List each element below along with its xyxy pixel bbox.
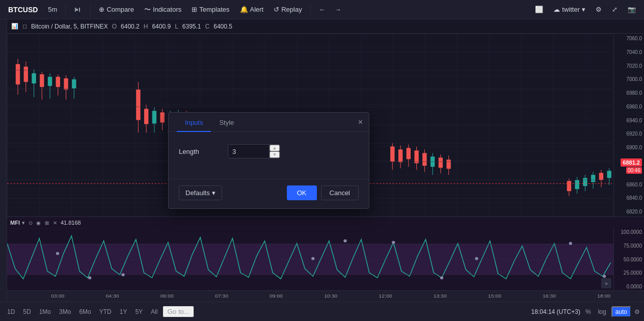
undo-redo-group: ← → [315, 4, 345, 15]
log-button[interactable]: log [596, 307, 608, 316]
svg-point-109 [392, 241, 395, 244]
svg-rect-8 [24, 67, 28, 82]
price-6900: 6900.0 [616, 145, 642, 150]
svg-rect-18 [64, 78, 68, 90]
period-all[interactable]: All [148, 307, 160, 317]
period-5y[interactable]: 5Y [132, 307, 146, 317]
goto-button[interactable]: Go to... [163, 306, 194, 317]
account-button[interactable]: ☁ twitter ▾ [549, 4, 589, 15]
length-input[interactable] [228, 145, 269, 158]
high-value: 6400.9 [152, 23, 171, 30]
svg-rect-6 [16, 64, 20, 85]
svg-rect-12 [40, 74, 44, 87]
svg-point-108 [343, 239, 346, 243]
dialog-close-button[interactable]: × [358, 118, 363, 126]
price-7060: 7060.0 [616, 36, 642, 41]
svg-rect-2 [79, 8, 80, 12]
indicator-value: 41.8168 [61, 220, 81, 226]
indicator-svg [7, 228, 613, 290]
bottom-right: 18:04:14 (UTC+3) % log auto ⚙ [531, 306, 640, 317]
divider-2 [90, 5, 91, 15]
svg-rect-72 [567, 181, 571, 191]
settings-icon[interactable]: ⚙ [592, 4, 606, 15]
svg-rect-76 [583, 178, 587, 186]
templates-icon: ⊞ [192, 6, 197, 13]
chart-settings-icon[interactable]: ⚙ [634, 308, 640, 315]
undo-button[interactable]: ← [315, 4, 330, 15]
svg-text:13:30: 13:30 [434, 293, 447, 299]
bar-style-icon[interactable] [70, 4, 86, 16]
replay-button[interactable]: ↺ Replay [270, 4, 306, 15]
percent-button[interactable]: % [583, 307, 593, 316]
ind-level-100: 100.0000 [616, 229, 642, 235]
chart-info-bar: 📊 ◻ Bitcoin / Dollar, 5, BITFINEX O 6400… [7, 19, 644, 34]
interval-button[interactable]: 5m [44, 4, 61, 15]
svg-rect-70 [446, 159, 450, 169]
svg-rect-58 [398, 149, 403, 162]
alert-button[interactable]: 🔔 Alert [236, 4, 268, 15]
indicator-eye-icon[interactable]: ◉ [35, 219, 42, 226]
toolbar-right: ⬜ ☁ twitter ▾ ⚙ ⤢ 📷 [531, 4, 640, 15]
redo-button[interactable]: → [331, 4, 345, 15]
length-decrement[interactable]: ▼ [270, 151, 280, 158]
svg-text:10:30: 10:30 [324, 293, 337, 299]
settings-dialog[interactable]: Inputs Style × Length ▲ ▼ Defaults ▾ [168, 112, 369, 209]
left-sidebar [0, 19, 7, 302]
period-6mo[interactable]: 6Mo [76, 307, 94, 317]
expand-icon: » [605, 281, 608, 286]
alert-icon: 🔔 [240, 6, 248, 13]
compare-icon: ⊕ [99, 6, 104, 13]
ok-button[interactable]: OK [287, 185, 317, 200]
period-1mo[interactable]: 1Mo [36, 307, 54, 317]
period-5d[interactable]: 5D [20, 307, 34, 317]
fullscreen-icon[interactable]: ⬜ [531, 4, 547, 15]
svg-rect-14 [48, 77, 52, 86]
indicator-close-icon[interactable]: ✕ [51, 219, 59, 226]
ind-level-75: 75.0000 [616, 243, 642, 249]
compare-button[interactable]: ⊕ Compare [95, 4, 138, 15]
tab-inputs[interactable]: Inputs [177, 113, 211, 131]
tab-style[interactable]: Style [211, 113, 242, 131]
svg-rect-16 [56, 77, 60, 87]
length-increment[interactable]: ▲ [270, 145, 280, 151]
indicator-lock-icon[interactable]: ⊠ [43, 219, 50, 226]
svg-rect-0 [75, 8, 76, 12]
templates-button[interactable]: ⊞ Templates [187, 4, 233, 15]
period-3mo[interactable]: 3Mo [56, 307, 74, 317]
chevron-down-icon: ▾ [212, 189, 216, 197]
svg-rect-60 [407, 148, 411, 159]
svg-rect-56 [390, 146, 394, 162]
current-price-badge: 6881.2 [621, 158, 642, 167]
ind-level-0: 0.0000 [616, 284, 642, 289]
indicator-panel: MFI ▾ ⊙ ◉ ⊠ ✕ 41.8168 [7, 217, 644, 290]
close-value: 6400.5 [213, 23, 232, 30]
defaults-button[interactable]: Defaults ▾ [179, 185, 222, 200]
price-axis: 7060.0 7040.0 7020.0 7000.0 6980.0 6960.… [613, 34, 644, 217]
indicator-settings-icon[interactable]: ⊙ [27, 219, 34, 226]
camera-icon[interactable]: 📷 [624, 4, 640, 15]
indicator-svg-area: 100.0000 75.0000 50.0000 25.0000 0.0000 … [7, 228, 644, 290]
indicators-button[interactable]: 〜 Indicators [140, 3, 185, 16]
divider-1 [65, 5, 66, 15]
svg-rect-1 [76, 9, 78, 11]
maximize-icon[interactable]: ⤢ [608, 4, 622, 15]
indicator-name: MFI [10, 220, 20, 226]
period-1y[interactable]: 1Y [117, 307, 130, 317]
dialog-footer: Defaults ▾ OK Cancel [169, 179, 369, 208]
indicator-expand-button[interactable]: » [601, 278, 611, 288]
svg-rect-114 [14, 291, 613, 302]
svg-text:15:00: 15:00 [488, 293, 501, 299]
svg-rect-96 [7, 244, 613, 275]
cancel-button[interactable]: Cancel [321, 185, 359, 200]
svg-text:04:30: 04:30 [106, 293, 119, 299]
symbol-label[interactable]: BTCUSD [4, 4, 42, 16]
high-label: H [144, 23, 148, 30]
price-6960: 6960.0 [616, 104, 642, 110]
auto-button[interactable]: auto [611, 306, 631, 317]
dialog-tabs: Inputs Style × [169, 113, 369, 132]
period-1d[interactable]: 1D [4, 307, 18, 317]
svg-point-111 [475, 257, 478, 260]
price-7020: 7020.0 [616, 63, 642, 69]
period-ytd[interactable]: YTD [96, 307, 115, 317]
svg-rect-74 [575, 180, 579, 189]
